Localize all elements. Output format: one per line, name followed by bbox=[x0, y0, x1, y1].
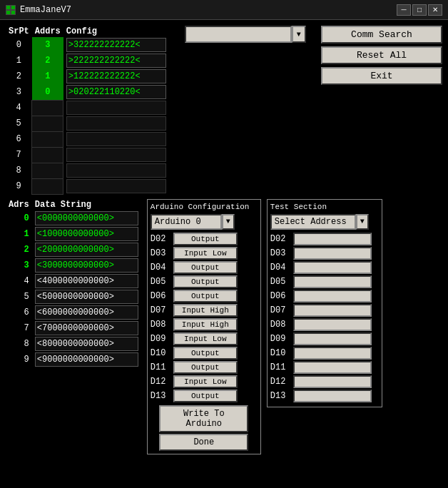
test-pin-input[interactable] bbox=[293, 304, 372, 317]
config-input-empty[interactable] bbox=[66, 163, 166, 178]
arduino-dropdown-arrow[interactable]: ▼ bbox=[222, 214, 235, 230]
pin-label: D10 bbox=[151, 348, 173, 358]
config-input[interactable] bbox=[66, 69, 166, 83]
adrs-num: 4 bbox=[6, 273, 32, 289]
top-dropdown-arrow[interactable]: ▼ bbox=[292, 26, 306, 43]
table-row: 21 bbox=[6, 68, 169, 84]
srpt-num: 2 bbox=[6, 68, 32, 84]
data-input[interactable] bbox=[35, 290, 138, 304]
pin-mode-button[interactable]: Output bbox=[173, 361, 238, 374]
data-cell[interactable] bbox=[32, 242, 141, 258]
top-dropdown[interactable] bbox=[185, 26, 292, 43]
test-pin-label: D06 bbox=[270, 291, 293, 301]
test-pin-input[interactable] bbox=[293, 375, 372, 388]
config-cell[interactable] bbox=[63, 116, 170, 131]
data-input[interactable] bbox=[35, 274, 138, 288]
data-cell[interactable] bbox=[32, 352, 141, 367]
test-dropdown-arrow[interactable]: ▼ bbox=[356, 214, 369, 230]
reset-all-button[interactable]: Reset All bbox=[321, 46, 442, 64]
pin-mode-button[interactable]: Output bbox=[173, 290, 238, 303]
config-cell[interactable] bbox=[63, 163, 170, 178]
test-pin-input[interactable] bbox=[293, 247, 372, 260]
col-header-addrs: Addrs bbox=[32, 26, 63, 37]
pin-row: D09Input Low bbox=[151, 332, 258, 345]
exit-button[interactable]: Exit bbox=[321, 67, 442, 85]
config-input-empty[interactable] bbox=[66, 101, 166, 115]
pin-mode-button[interactable]: Output bbox=[173, 275, 238, 288]
test-pin-input[interactable] bbox=[293, 233, 372, 245]
test-pin-input[interactable] bbox=[293, 261, 372, 274]
data-cell[interactable] bbox=[32, 320, 141, 336]
test-pin-row: D13 bbox=[270, 390, 379, 402]
minimize-button[interactable]: ─ bbox=[397, 4, 411, 16]
pin-mode-button[interactable]: Output bbox=[173, 233, 238, 245]
addr-cell: 3 bbox=[32, 37, 63, 53]
test-pin-input[interactable] bbox=[293, 347, 372, 360]
config-cell[interactable] bbox=[63, 53, 170, 68]
data-input[interactable] bbox=[35, 227, 138, 241]
close-button[interactable]: ✕ bbox=[428, 4, 442, 16]
data-cell[interactable] bbox=[32, 273, 141, 289]
pin-mode-button[interactable]: Input Low bbox=[173, 375, 238, 388]
data-input[interactable] bbox=[35, 321, 138, 335]
config-cell[interactable] bbox=[63, 178, 170, 194]
pin-mode-button[interactable]: Input Low bbox=[173, 332, 238, 345]
write-to-arduino-button[interactable]: Write To Arduino bbox=[159, 405, 248, 432]
table-row: 9 bbox=[6, 178, 169, 194]
adrs-table-panel: Adrs Data String 0123456789 bbox=[6, 199, 141, 367]
test-pin-input[interactable] bbox=[293, 390, 372, 402]
test-dropdown-container: Select Address ▼ bbox=[270, 214, 379, 230]
config-input-empty[interactable] bbox=[66, 148, 166, 162]
data-cell[interactable] bbox=[32, 258, 141, 273]
adrs-num: 8 bbox=[6, 336, 32, 352]
data-input[interactable] bbox=[35, 211, 138, 225]
test-pin-input[interactable] bbox=[293, 290, 372, 303]
data-cell[interactable] bbox=[32, 336, 141, 352]
pin-mode-button[interactable]: Output bbox=[173, 261, 238, 274]
data-input[interactable] bbox=[35, 243, 138, 257]
config-input[interactable] bbox=[66, 38, 166, 52]
arduino-dropdown[interactable]: Arduino 0 bbox=[151, 214, 222, 230]
test-pin-label: D13 bbox=[270, 391, 293, 401]
config-input-empty[interactable] bbox=[66, 116, 166, 131]
data-input[interactable] bbox=[35, 258, 138, 273]
title-bar: EmmaJaneV7 ─ □ ✕ bbox=[0, 0, 448, 20]
config-cell[interactable] bbox=[63, 37, 170, 53]
pin-mode-button[interactable]: Input High bbox=[173, 318, 238, 331]
config-input[interactable] bbox=[66, 54, 166, 68]
comm-search-button[interactable]: Comm Search bbox=[321, 26, 442, 44]
data-input[interactable] bbox=[35, 352, 138, 367]
config-cell[interactable] bbox=[63, 147, 170, 163]
pin-label: D11 bbox=[151, 362, 173, 372]
test-pin-input[interactable] bbox=[293, 332, 372, 345]
data-input[interactable] bbox=[35, 337, 138, 351]
data-input[interactable] bbox=[35, 305, 138, 320]
pin-mode-button[interactable]: Input High bbox=[173, 304, 238, 317]
test-pin-input[interactable] bbox=[293, 361, 372, 374]
data-cell[interactable] bbox=[32, 226, 141, 242]
done-button[interactable]: Done bbox=[159, 434, 248, 451]
config-cell[interactable] bbox=[63, 131, 170, 147]
data-cell[interactable] bbox=[32, 289, 141, 305]
pin-label: D04 bbox=[151, 263, 173, 273]
data-cell[interactable] bbox=[32, 305, 141, 320]
data-cell[interactable] bbox=[32, 210, 141, 226]
test-select-address[interactable]: Select Address bbox=[270, 214, 356, 230]
config-cell[interactable] bbox=[63, 84, 170, 100]
pin-mode-button[interactable]: Output bbox=[173, 390, 238, 402]
pin-mode-button[interactable]: Input Low bbox=[173, 247, 238, 260]
pin-mode-button[interactable]: Output bbox=[173, 347, 238, 360]
pin-label: D08 bbox=[151, 320, 173, 330]
test-pin-input[interactable] bbox=[293, 318, 372, 331]
config-input-empty[interactable] bbox=[66, 132, 166, 146]
config-cell[interactable] bbox=[63, 68, 170, 84]
srpt-num: 0 bbox=[6, 37, 32, 53]
maximize-button[interactable]: □ bbox=[412, 4, 427, 16]
config-input[interactable] bbox=[66, 85, 166, 99]
config-input-empty[interactable] bbox=[66, 179, 166, 193]
config-cell[interactable] bbox=[63, 100, 170, 116]
test-pin-input[interactable] bbox=[293, 275, 372, 288]
adrs-num: 5 bbox=[6, 289, 32, 305]
test-pin-row: D04 bbox=[270, 261, 379, 274]
pin-row: D06Output bbox=[151, 290, 258, 303]
